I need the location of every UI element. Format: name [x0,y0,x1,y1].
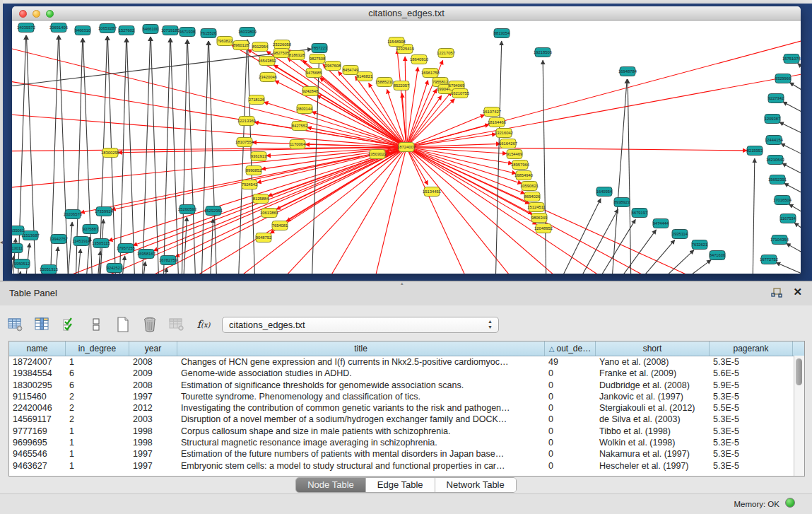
network-node[interactable]: 13503022 [368,150,387,159]
network-node[interactable]: 9242521 [107,264,123,273]
network-node[interactable]: 16961758 [421,69,440,78]
network-edge[interactable] [175,147,406,257]
network-node[interactable]: 1640954 [596,187,613,197]
network-node[interactable]: 7963822 [217,37,233,46]
network-edge[interactable] [119,38,126,274]
network-node[interactable]: 9827508 [310,54,326,64]
network-node[interactable]: 8694026 [524,192,541,201]
network-edge[interactable] [798,64,801,84]
network-node[interactable]: 9466310 [75,26,91,35]
network-node[interactable]: 15134451 [423,187,441,197]
network-edge[interactable] [406,134,496,147]
table-row[interactable]: 946362711997Embryonic stem cells: a mode… [9,460,804,472]
network-node[interactable]: 20691406 [49,23,68,33]
network-node[interactable]: 9048752 [256,233,272,243]
network-node[interactable]: 9827505 [273,49,290,58]
table-row[interactable]: 946554611997Estimation of the future num… [9,448,804,460]
network-node[interactable]: 16033809 [238,28,257,37]
network-node[interactable]: 9227342 [768,94,784,103]
column-header-name[interactable]: name [9,341,66,356]
table-row[interactable]: 1830029562008Estimation of significance … [9,380,804,391]
network-node[interactable]: 16772752 [760,255,778,264]
network-node[interactable]: 1170064 [290,140,306,149]
network-edge[interactable] [372,147,406,274]
network-edge[interactable] [789,83,801,104]
network-node[interactable]: 15051315 [40,265,58,274]
network-edge[interactable] [201,41,208,274]
network-node[interactable]: 18300295 [101,148,119,158]
network-edge[interactable] [187,40,196,274]
network-node[interactable]: 9806349 [531,214,548,223]
network-node[interactable]: 9950512 [14,259,30,269]
column-header-year[interactable]: year [129,341,177,356]
network-node[interactable]: 2718126 [249,95,265,105]
network-edge[interactable] [264,102,406,147]
network-node[interactable]: 7857223 [312,44,328,53]
table-row[interactable]: 2242004622012Investigating the contribut… [9,402,804,414]
network-node[interactable]: 4671938 [180,28,196,37]
network-node[interactable]: 9474444 [653,219,669,228]
network-node[interactable]: 7615526 [201,29,217,38]
network-node[interactable]: 16107427 [483,107,501,117]
network-node[interactable]: 13216042 [495,129,513,138]
network-edge[interactable] [628,79,631,274]
network-node[interactable]: 8813054 [494,29,510,38]
network-node[interactable]: 12444154 [765,136,784,145]
network-node[interactable]: 8215953 [747,146,763,156]
network-node[interactable]: 9146821 [357,72,373,81]
network-node[interactable]: 9242848 [302,87,319,96]
row-options-icon[interactable] [88,316,105,333]
network-node[interactable]: 16164267 [499,139,517,148]
network-node[interactable]: 15292951 [204,206,223,216]
column-header-pagerank[interactable]: pagerank [710,341,793,356]
network-node[interactable]: 18164466 [488,118,506,127]
network-edge[interactable] [406,70,801,147]
network-node[interactable]: 16543892 [258,57,276,66]
network-edge[interactable] [406,147,747,151]
network-edge[interactable] [556,199,601,274]
network-node[interactable]: 15885210 [375,78,394,87]
network-node[interactable]: 1527602 [119,26,135,35]
network-node[interactable]: 18107554 [235,138,254,147]
network-node[interactable]: 1209387 [765,115,781,124]
table-row[interactable]: 1456911722003Disruption of a novel membe… [9,414,804,425]
network-node[interactable]: 6679197 [632,209,648,218]
network-edge[interactable] [238,40,247,274]
network-node[interactable]: 15692391 [768,175,787,185]
network-node[interactable]: 11548908 [387,37,405,47]
column-header-out_de[interactable]: △out_de… [545,341,596,356]
network-node[interactable]: 8990852 [246,166,262,175]
network-node[interactable]: 15751074 [782,54,801,64]
table-row[interactable]: 1872400712008Changes of HCN gene express… [9,356,804,368]
network-node[interactable]: 2967608 [325,62,341,71]
network-node[interactable]: 13505115 [92,239,110,248]
panel-resize-grip[interactable]: ▴ [401,281,404,286]
network-node[interactable]: 12213369 [237,117,256,126]
network-node[interactable]: 8912954 [252,42,269,52]
network-edge[interactable] [323,147,406,274]
network-edge[interactable] [77,249,81,274]
network-edge[interactable] [613,230,657,274]
network-node[interactable]: 13942757 [49,235,68,244]
network-node[interactable]: 1635061 [12,226,24,235]
network-node[interactable]: 8427552 [292,122,308,131]
network-edge[interactable] [794,223,801,244]
network-edge[interactable] [126,38,135,274]
table-settings-icon[interactable] [7,316,24,333]
network-node[interactable]: 7632621 [692,240,708,250]
network-edge[interactable] [781,144,801,165]
network-edge[interactable] [783,102,801,124]
delete-table-icon[interactable] [141,316,158,333]
vertical-scrollbar[interactable] [794,356,804,476]
network-node[interactable]: 3913011 [12,244,23,253]
network-edge[interactable] [12,112,406,147]
memory-status-indicator[interactable] [785,498,795,508]
network-node[interactable]: 6466100 [143,25,159,34]
network-node[interactable]: 11451914 [72,237,90,246]
network-node[interactable]: 17359924 [95,207,114,216]
float-panel-icon[interactable] [771,288,782,298]
network-node[interactable]: 18640910 [410,55,428,64]
network-edge[interactable] [312,112,406,147]
network-node[interactable]: 18957964 [511,160,530,170]
network-node[interactable]: 20206576 [64,210,82,219]
